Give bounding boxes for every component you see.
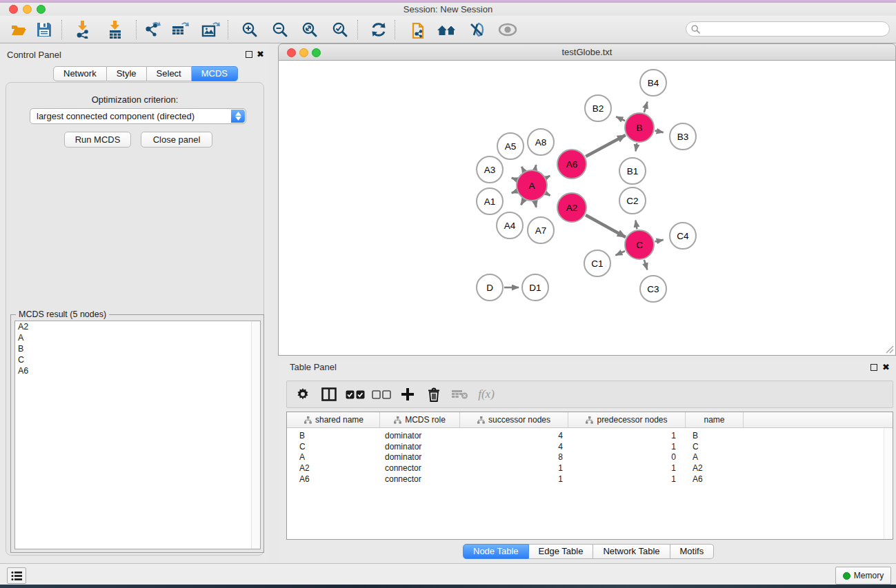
- table-row[interactable]: Cdominator41C: [287, 442, 893, 453]
- import-table-icon[interactable]: [102, 17, 128, 42]
- cell-successor-nodes[interactable]: 1: [460, 474, 568, 485]
- edge-B-B4[interactable]: [644, 102, 648, 112]
- table-row[interactable]: Bdominator41B: [287, 431, 893, 442]
- column-header-successor-nodes[interactable]: successor nodes: [460, 412, 568, 427]
- network-graph[interactable]: AA1A2A3A4A5A6A7A8BB1B2B3B4CC1C2C3C4DD1: [279, 61, 895, 354]
- graph-node-B3[interactable]: B3: [670, 123, 696, 150]
- resize-grip-icon[interactable]: [884, 344, 894, 354]
- minimize-network-icon[interactable]: [299, 48, 308, 57]
- edge-A-A8[interactable]: [535, 165, 536, 169]
- edge-A-A2[interactable]: [546, 194, 550, 196]
- close-network-icon[interactable]: [287, 48, 296, 57]
- graph-node-D1[interactable]: D1: [522, 274, 548, 301]
- edge-A-A5[interactable]: [521, 167, 524, 171]
- import-network-icon[interactable]: [70, 17, 96, 42]
- criterion-select[interactable]: largest connected component (directed): [30, 108, 246, 124]
- cell-mcds-role[interactable]: dominator: [380, 431, 460, 442]
- close-table-panel-icon[interactable]: ✖: [882, 363, 890, 372]
- column-header-predecessor-nodes[interactable]: predecessor nodes: [568, 412, 686, 427]
- node-table[interactable]: shared nameMCDS rolesuccessor nodesprede…: [286, 412, 893, 540]
- graph-node-C2[interactable]: C2: [619, 187, 646, 214]
- refresh-icon[interactable]: [366, 17, 392, 42]
- cell-shared-name[interactable]: B: [288, 431, 380, 442]
- cell-name[interactable]: A2: [686, 463, 744, 474]
- cell-predecessor-nodes[interactable]: 1: [568, 442, 686, 453]
- cell-name[interactable]: B: [686, 431, 744, 442]
- graph-node-D[interactable]: D: [477, 274, 503, 301]
- cell-successor-nodes[interactable]: 4: [460, 442, 568, 453]
- function-builder-icon[interactable]: f(x): [473, 387, 499, 401]
- graph-node-A6[interactable]: A6: [557, 150, 586, 179]
- float-table-panel-icon[interactable]: [870, 364, 877, 371]
- zoom-selected-icon[interactable]: [327, 17, 353, 42]
- edge-C-C3[interactable]: [644, 260, 647, 270]
- search-input[interactable]: [686, 21, 890, 37]
- graph-node-C[interactable]: C: [625, 230, 654, 259]
- edge-C-C2[interactable]: [635, 221, 637, 230]
- memory-button[interactable]: Memory: [835, 567, 891, 585]
- table-scrollbar[interactable]: [884, 429, 892, 539]
- close-window-icon[interactable]: [9, 5, 18, 14]
- edge-B-B2[interactable]: [616, 116, 625, 121]
- graph-node-A4[interactable]: A4: [497, 212, 523, 239]
- network-from-selection-icon[interactable]: [405, 17, 431, 42]
- graph-node-A7[interactable]: A7: [528, 217, 554, 243]
- split-view-icon[interactable]: [316, 387, 342, 401]
- run-mcds-button[interactable]: Run MCDS: [64, 132, 131, 148]
- graph-node-A5[interactable]: A5: [497, 133, 524, 159]
- tab-edge-table[interactable]: Edge Table: [529, 544, 594, 559]
- close-panel-button[interactable]: Close panel: [141, 132, 212, 148]
- graph-node-A[interactable]: A: [517, 170, 547, 201]
- edge-A6-B[interactable]: [586, 135, 626, 156]
- edge-B-B1[interactable]: [636, 143, 637, 152]
- cell-mcds-role[interactable]: dominator: [380, 452, 460, 463]
- save-session-icon[interactable]: [31, 17, 57, 42]
- column-header-mcds-role[interactable]: MCDS role: [380, 412, 460, 427]
- edge-A2-C[interactable]: [586, 215, 626, 237]
- select-all-columns-icon[interactable]: [342, 390, 368, 399]
- delete-column-icon[interactable]: [421, 387, 447, 402]
- cell-shared-name[interactable]: A: [288, 452, 380, 463]
- cell-shared-name[interactable]: A6: [288, 474, 380, 485]
- delete-table-icon[interactable]: [447, 389, 473, 399]
- annotation-off-icon[interactable]: [464, 17, 490, 42]
- open-session-icon[interactable]: [7, 17, 33, 42]
- export-table-icon[interactable]: [168, 17, 194, 42]
- result-item[interactable]: C: [15, 354, 260, 365]
- edge-C-C1[interactable]: [616, 251, 625, 255]
- column-header-name[interactable]: name: [686, 412, 744, 427]
- tab-node-table[interactable]: Node Table: [463, 544, 529, 559]
- cell-name[interactable]: C: [686, 442, 744, 453]
- graph-node-C4[interactable]: C4: [670, 223, 696, 249]
- zoom-window-icon[interactable]: [37, 5, 46, 14]
- result-item[interactable]: A: [15, 332, 260, 343]
- column-header-shared-name[interactable]: shared name: [288, 412, 380, 427]
- add-column-icon[interactable]: [395, 387, 421, 401]
- deselect-all-columns-icon[interactable]: [368, 390, 395, 399]
- export-network-icon[interactable]: [139, 17, 165, 42]
- cell-predecessor-nodes[interactable]: 1: [568, 474, 686, 485]
- edge-A-A4[interactable]: [521, 200, 524, 205]
- float-panel-icon[interactable]: [246, 51, 252, 58]
- tab-select[interactable]: Select: [147, 66, 192, 81]
- result-item[interactable]: A2: [15, 321, 260, 332]
- cell-predecessor-nodes[interactable]: 1: [568, 431, 686, 442]
- zoom-out-icon[interactable]: [267, 17, 293, 42]
- table-row[interactable]: Adominator80A: [287, 452, 893, 463]
- network-canvas[interactable]: AA1A2A3A4A5A6A7A8BB1B2B3B4CC1C2C3C4DD1: [278, 61, 896, 356]
- minimize-window-icon[interactable]: [23, 5, 32, 14]
- cell-predecessor-nodes[interactable]: 1: [568, 463, 686, 474]
- export-image-icon[interactable]: [198, 17, 224, 42]
- zoom-in-icon[interactable]: [237, 17, 263, 42]
- tab-mcds[interactable]: MCDS: [192, 66, 238, 81]
- graph-node-A1[interactable]: A1: [477, 188, 503, 214]
- zoom-fit-icon[interactable]: [297, 17, 323, 42]
- edge-B-B3[interactable]: [655, 131, 664, 132]
- cell-mcds-role[interactable]: connector: [380, 463, 460, 474]
- cell-successor-nodes[interactable]: 1: [460, 463, 568, 474]
- cell-predecessor-nodes[interactable]: 0: [568, 452, 686, 463]
- table-row[interactable]: A2connector11A2: [287, 463, 893, 474]
- task-history-button[interactable]: [7, 567, 26, 584]
- mcds-result-list[interactable]: A2ABCA6: [14, 321, 261, 549]
- search-field[interactable]: [700, 24, 873, 34]
